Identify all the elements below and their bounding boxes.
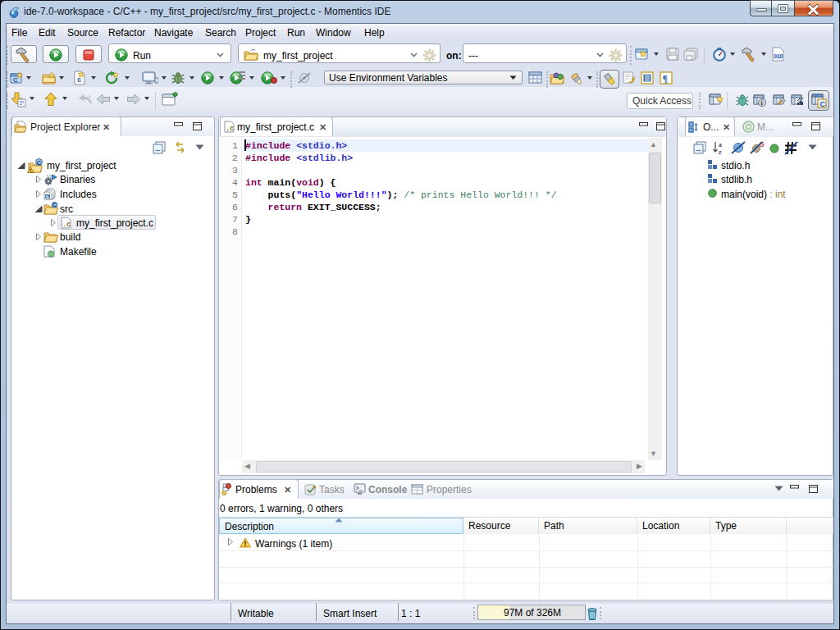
svg-text:.c: .c: [62, 221, 71, 229]
svg-text:a: a: [719, 141, 722, 148]
svg-text:C: C: [52, 202, 57, 208]
svg-text:C: C: [37, 159, 42, 167]
svg-text:C: C: [820, 100, 826, 108]
svg-text:.c: .c: [226, 125, 234, 133]
svg-text:z: z: [719, 148, 722, 155]
svg-text:010: 010: [774, 53, 783, 59]
svg-text:¶: ¶: [663, 73, 668, 84]
svg-text:c: c: [77, 76, 81, 84]
svg-text:C: C: [13, 76, 18, 84]
